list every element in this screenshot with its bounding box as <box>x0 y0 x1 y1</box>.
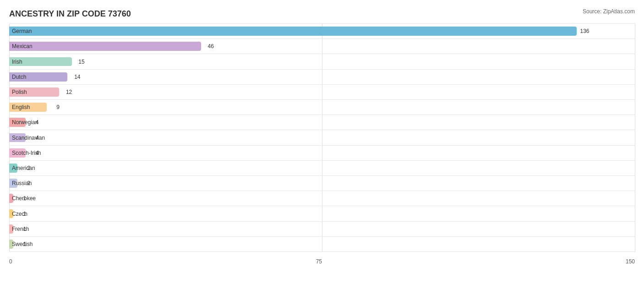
bar-wrapper: Scotch-Irish4 <box>9 147 635 159</box>
bar-wrapper: Polish12 <box>9 86 635 98</box>
chart-container: ANCESTRY IN ZIP CODE 73760 Source: ZipAt… <box>0 0 644 295</box>
bar-label: American <box>10 164 37 172</box>
x-axis-label: 0 <box>9 258 12 265</box>
x-axis-label: 75 <box>316 258 322 265</box>
bar-row: Cherokee1 <box>9 191 635 206</box>
bar-wrapper: English9 <box>9 101 635 114</box>
bar-label: Russian <box>10 179 33 187</box>
bar-row: Irish15 <box>9 54 635 69</box>
bar-label: Dutch <box>10 73 28 81</box>
x-axis: 075150 <box>9 252 635 266</box>
bar-wrapper: French1 <box>9 223 635 235</box>
bar-row: American2 <box>9 161 635 176</box>
bar-wrapper: Czech1 <box>9 207 635 220</box>
bar-row: English9 <box>9 100 635 115</box>
chart-title: ANCESTRY IN ZIP CODE 73760 <box>9 9 635 19</box>
bar-label: French <box>10 225 31 233</box>
bar-label: Scandinavian <box>10 134 47 142</box>
bar-row: Russian2 <box>9 176 635 191</box>
x-axis-label: 150 <box>626 258 635 265</box>
bar-label: English <box>10 103 32 111</box>
chart-source: Source: ZipAtlas.com <box>583 8 635 15</box>
bar-row: Scotch-Irish4 <box>9 146 635 161</box>
bar-wrapper: Dutch14 <box>9 71 635 83</box>
bar-label: Norwegian <box>10 118 40 126</box>
bar-label: Swedish <box>10 240 34 248</box>
bar-row: Dutch14 <box>9 70 635 85</box>
bar-label: Cherokee <box>10 194 38 202</box>
bar-label: Irish <box>10 58 24 66</box>
bar-row: Mexican46 <box>9 39 635 54</box>
bar-label: Mexican <box>10 42 34 50</box>
bar-wrapper: Cherokee1 <box>9 192 635 205</box>
bar-value: 9 <box>56 104 60 110</box>
bar-row: German136 <box>9 23 635 39</box>
bar-label: Polish <box>10 88 29 96</box>
bar-value: 46 <box>208 43 214 49</box>
bar: 136 <box>9 27 577 36</box>
bar-label: German <box>10 27 33 35</box>
bar-row: French1 <box>9 222 635 237</box>
bar-label: Czech <box>10 210 29 218</box>
bar-wrapper: German136 <box>9 25 635 38</box>
bar-wrapper: Russian2 <box>9 177 635 190</box>
bars-container: German136Mexican46Irish15Dutch14Polish12… <box>9 23 635 252</box>
bar-row: Scandinavian4 <box>9 130 635 145</box>
bar-wrapper: Scandinavian4 <box>9 131 635 144</box>
chart-area: German136Mexican46Irish15Dutch14Polish12… <box>9 23 635 266</box>
bar-wrapper: Mexican46 <box>9 40 635 53</box>
bar-row: Swedish1 <box>9 237 635 252</box>
bar-row: Polish12 <box>9 85 635 100</box>
bar-value: 136 <box>580 28 589 34</box>
bar-value: 15 <box>78 59 84 65</box>
bar-value: 14 <box>74 74 80 80</box>
grid-line <box>635 23 635 252</box>
x-axis-labels: 075150 <box>9 258 635 266</box>
bar-value: 12 <box>66 89 72 95</box>
bar-wrapper: American2 <box>9 162 635 175</box>
bar: 46 <box>9 42 201 51</box>
bar-row: Czech1 <box>9 206 635 221</box>
bar-wrapper: Irish15 <box>9 55 635 68</box>
bar-row: Norwegian4 <box>9 115 635 130</box>
bar-wrapper: Norwegian4 <box>9 116 635 129</box>
bar-label: Scotch-Irish <box>10 149 43 157</box>
bar-wrapper: Swedish1 <box>9 238 635 251</box>
